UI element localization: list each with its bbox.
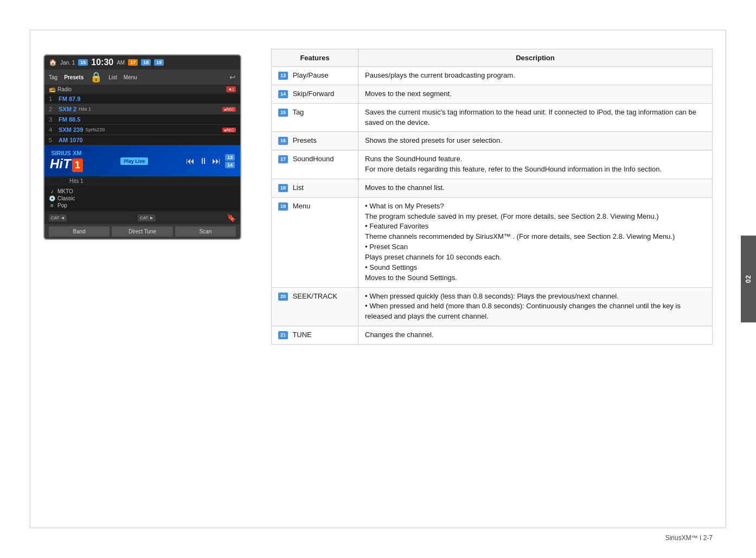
desc-list: Moves to the channel list. [358,179,713,197]
desc-menu: What is on My Presets? The program sched… [358,197,713,287]
seek-bullet-1: When pressed quickly (less than 0.8 seco… [365,292,619,300]
cat-next-arrow: ► [149,215,153,220]
preset-freq-2: SXM 2 [59,106,76,112]
badge-13: 13 [278,72,288,80]
col-features-header: Features [272,49,358,67]
seek-bullet-2: When pressed and held (more than 0.8 sec… [365,302,681,320]
desc-skip: Moves to the next segment. [358,85,713,103]
menu-bullet-2: Featured Favorites [365,222,428,230]
preset-item-3: 3 FM 88.5 [44,115,240,125]
badge-14: 14 [278,90,288,98]
toolbar-tag[interactable]: Tag [49,74,57,80]
badge-19: 19 [154,59,164,66]
table-row-list: 18 List Moves to the channel list. [272,179,713,197]
page-border-left [30,30,30,528]
badge-15: 15 [278,109,288,117]
meta-album-text: Classic [57,195,75,201]
prev-track-btn[interactable]: ⏮ [186,156,195,166]
hits-branding: HiT 1 [50,156,83,172]
cat-label-1: CAT [51,215,59,220]
device-header: 🏠 Jan. 1 15 10:30 AM 17 18 19 [44,55,240,69]
preset-num-5: 5 [49,137,56,143]
channel-info: SXM 2 Hits 1 [44,176,240,186]
cat-label-2: CAT [140,215,148,220]
table-row-soundhound: 17 SoundHound Runs the SoundHound featur… [272,150,713,179]
badge-17: 17 [128,59,138,66]
badge-15: 15 [78,59,88,66]
preset-name-4: Sprts239 [85,127,105,132]
preset-item-1: 1 FM 87.9 [44,94,240,104]
preset-num-4: 4 [49,126,56,133]
pause-btn[interactable]: ⏸ [199,156,208,166]
preset-freq-5: AM 1070 [59,137,83,143]
bookmark-icon[interactable]: 🔖 [227,213,236,222]
feature-list: 18 List [272,179,358,197]
content-area: 🏠 Jan. 1 15 10:30 AM 17 18 19 Tag Preset… [43,43,713,515]
device-toolbar: Tag Presets 🔒 List Menu ↩ [44,69,240,85]
meta-artist: ♪ MKTO [49,188,236,195]
preset-freq-1: FM 87.9 [59,96,80,102]
badge-16: 16 [278,137,288,145]
desc-play-pause: Pauses/plays the current broadcasting pr… [358,67,713,85]
table-row-seek: 20 SEEK/TRACK When pressed quickly (less… [272,287,713,326]
feature-play-pause: 13 Play/Pause [272,67,358,85]
feature-skip: 14 Skip/Forward [272,85,358,103]
toolbar-list[interactable]: List [108,74,117,80]
sirius-banner: SIRIUS XM HiT 1 Play Live ⏮ ⏸ ⏭ 13 [44,145,240,176]
hits-text: HiT [50,156,71,172]
preset-list: 1 FM 87.9 2 SXM 2 Hits 1 ●REC 3 FM 88.5 … [44,94,240,145]
badge-19: 19 [278,202,288,211]
meta-genre: ≡ Pop [49,202,236,209]
page-border-right [726,30,726,528]
toolbar-back[interactable]: ↩ [229,73,236,81]
badge-13-ctrl: 13 [225,154,235,161]
desc-seek: When pressed quickly (less than 0.8 seco… [358,287,713,326]
side-tab-text: 02 [745,275,752,283]
side-tab: 02 [741,236,756,322]
channel-hits1: Hits 1 [69,178,84,184]
cat-prev-btn[interactable]: CAT ◄ [49,214,67,221]
preset-rec-4: ●REC [222,128,236,132]
desc-soundhound: Runs the SoundHound feature.For more det… [358,150,713,179]
playback-controls: ⏮ ⏸ ⏭ 13 14 [186,154,235,168]
table-row-tune: 21 TUNE Changes the channel. [272,326,713,345]
device-footer-btns: Band Direct Tune Scan [44,224,240,239]
toolbar-presets[interactable]: Presets [64,74,84,80]
scan-btn[interactable]: Scan [175,226,236,237]
preset-item-2: 2 SXM 2 Hits 1 ●REC [44,104,240,115]
device-date: Jan. 1 [60,60,75,66]
album-icon: 💿 [49,195,55,201]
preset-freq-3: FM 88.5 [59,116,80,123]
band-btn[interactable]: Band [49,226,110,237]
meta-genre-text: Pop [57,202,67,208]
preset-num-1: 1 [49,96,56,102]
toolbar-menu[interactable]: Menu [124,74,137,80]
feature-presets: 16 Presets [272,132,358,150]
channel-sxm2: SXM 2 [49,178,65,184]
preset-name-2: Hits 1 [79,106,91,112]
preset-item-4: 4 SXM 239 Sprts239 ●REC [44,125,240,135]
device-time: 10:30 [91,58,113,67]
cat-next-btn[interactable]: CAT ► [138,214,156,221]
device-mockup: 🏠 Jan. 1 15 10:30 AM 17 18 19 Tag Preset… [43,54,241,240]
table-row-menu: 19 Menu What is on My Presets? The progr… [272,197,713,287]
rec-badge: ◄1 [226,86,236,92]
direct-tune-btn[interactable]: Direct Tune [112,226,172,237]
bottom-controls: CAT ◄ CAT ► 🔖 [44,211,240,224]
next-track-btn[interactable]: ⏭ [212,156,221,166]
artist-icon: ♪ [49,188,55,194]
page-border-top [30,30,726,30]
badge-17: 17 [278,155,288,163]
feature-soundhound: 17 SoundHound [272,150,358,179]
sirius-logo-area: SIRIUS XM HiT 1 [50,150,83,172]
cat-prev-arrow: ◄ [60,215,65,220]
meta-album: 💿 Classic [49,195,236,202]
desc-tag: Saves the current music's tag informatio… [358,103,713,132]
menu-bullet-3: Preset Scan [365,243,408,251]
toolbar-divider: 🔒 [90,71,102,83]
badge-18: 18 [278,184,288,192]
page-footer: SiriusXM™ I 2-7 [665,534,713,542]
preset-num-2: 2 [49,106,56,112]
preset-item-5: 5 AM 1070 [44,135,240,145]
play-live-btn[interactable]: Play Live [120,157,148,165]
